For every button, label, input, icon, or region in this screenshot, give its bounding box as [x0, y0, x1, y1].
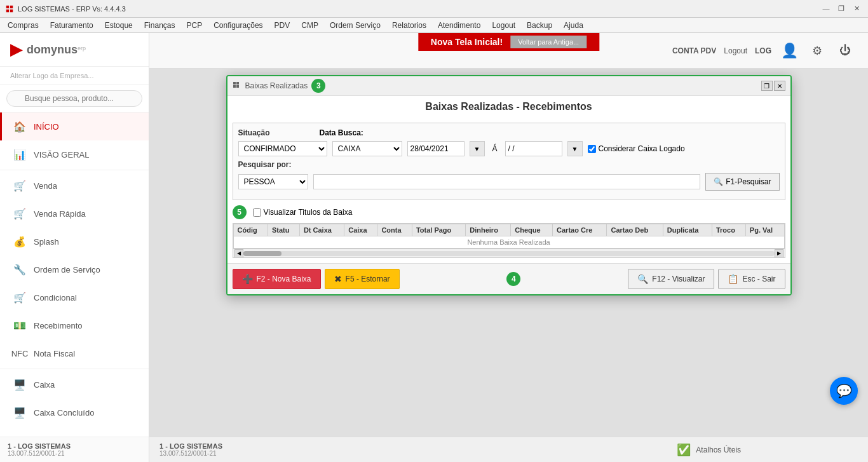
logout-link[interactable]: Logout [724, 46, 747, 55]
modal-controls: ❐ ✕ [761, 81, 785, 91]
logo-icon: ▶ [10, 41, 22, 58]
bottom-company-name: 1 - LOG SISTEMAS [159, 442, 222, 450]
title-bar-left: LOG SISTEMAS - ERP Vs: 4.4.4.3 [5, 4, 126, 13]
col-cheque: Cheque [511, 224, 553, 236]
menu-logout[interactable]: Logout [487, 20, 520, 31]
menu-configuracoes[interactable]: Configurações [208, 20, 268, 31]
pesquisar-tipo-select[interactable]: PESSOA [238, 174, 308, 189]
pesquisar-button[interactable]: 🔍 F1-Pesquisar [705, 173, 779, 191]
menu-bar: Compras Faturamento Estoque Finanças PCP… [0, 18, 868, 33]
sidebar-item-caixa-concluido[interactable]: 🖥️ Caixa Concluído [0, 398, 149, 426]
data-ate-calendar-button[interactable]: ▼ [567, 141, 583, 156]
col-troco: Troco [712, 224, 745, 236]
recebimento-icon: 💵 [12, 318, 27, 333]
sidebar-search-area [0, 85, 149, 112]
considerar-caixa-checkbox-label[interactable]: Considerar Caixa Logado [588, 144, 685, 153]
chat-button[interactable]: 💬 [830, 377, 858, 405]
sidebar-alter-logo[interactable]: Alterar Logo da Empresa... [0, 67, 149, 85]
gear-icon: ⚙ [812, 44, 822, 58]
sair-button[interactable]: 📋 Esc - Sair [718, 269, 785, 289]
sidebar-item-splash[interactable]: 💰 Splash [0, 228, 149, 255]
visualizar-label: F12 - Visualizar [652, 275, 705, 283]
sidebar-item-nota-fiscal[interactable]: NFC Nota Fiscal [0, 339, 149, 367]
search-wrap [6, 90, 142, 107]
menu-atendimento[interactable]: Atendimento [433, 20, 485, 31]
sidebar-item-inicio[interactable]: 🏠 INÍCIO [0, 112, 149, 140]
modal-titlebar: Baixas Realizadas 3 ❐ ✕ [227, 76, 790, 96]
modal-restore-button[interactable]: ❐ [761, 81, 773, 91]
bottom-bar: 1 - LOG SISTEMAS 13.007.512/0001-21 ✅ At… [149, 437, 868, 462]
col-total-pago: Total Pago [412, 224, 465, 236]
user-circle-button[interactable]: 👤 [779, 41, 799, 61]
condicional-icon: 🛒 [12, 290, 27, 305]
menu-compras[interactable]: Compras [3, 20, 44, 31]
voltar-button[interactable]: Voltar para Antiga... [510, 36, 587, 48]
table-body: Nenhuma Baixa Realizada [233, 236, 784, 248]
col-conta: Conta [377, 224, 412, 236]
visualizar-titulo-checkbox[interactable] [253, 208, 261, 217]
settings-button[interactable]: ⚙ [807, 41, 827, 61]
visualizar-titulo-label[interactable]: Visualizar Titulos da Baixa [253, 208, 353, 217]
scroll-right-arrow[interactable]: ▶ [775, 249, 783, 258]
maximize-button[interactable]: ❐ [835, 3, 848, 15]
caixa-label: Caixa [34, 380, 55, 390]
scrollbar-area[interactable]: ◀ ▶ [233, 248, 785, 257]
col-dinheiro: Dinheiro [466, 224, 511, 236]
menu-faturamento[interactable]: Faturamento [45, 20, 98, 31]
content-area: Baixas Realizadas 3 ❐ ✕ Baixas Realizada… [149, 69, 868, 437]
svg-rect-3 [10, 9, 13, 11]
close-button[interactable]: ✕ [850, 3, 863, 15]
scrollbar-thumb[interactable] [243, 251, 281, 256]
sidebar-item-visao-geral[interactable]: 📊 VISÃO GERAL [0, 140, 149, 168]
logo-name: domynus [27, 43, 78, 56]
menu-cmp[interactable]: CMP [296, 20, 323, 31]
sidebar-item-ordem-servico[interactable]: 🔧 Ordem de Serviço [0, 255, 149, 283]
modal-close-button[interactable]: ✕ [774, 81, 785, 91]
sidebar-item-recebimento[interactable]: 💵 Recebimento [0, 311, 149, 339]
visualizar-button[interactable]: 🔍 F12 - Visualizar [628, 269, 714, 289]
power-button[interactable]: ⏻ [835, 41, 855, 61]
data-de-input[interactable] [407, 141, 465, 156]
menu-pdv[interactable]: PDV [269, 20, 295, 31]
considerar-caixa-checkbox[interactable] [588, 145, 596, 153]
inicio-label: INÍCIO [34, 122, 59, 132]
table-scroll[interactable]: Códig Statu Dt Caixa Caixa Conta Total P… [233, 224, 785, 248]
scroll-left-arrow[interactable]: ◀ [234, 249, 243, 258]
modal-titlebar-text: Baixas Realizadas [245, 81, 308, 90]
sidebar-logo: ▶ domynuserp [0, 33, 149, 67]
company-info: 1 - LOG SISTEMAS 13.007.512/0001-21 [159, 442, 222, 457]
search-input[interactable] [6, 90, 142, 107]
nova-baixa-button[interactable]: ➕ F2 - Nova Baixa [233, 269, 321, 289]
data-de-calendar-button[interactable]: ▼ [470, 141, 485, 156]
sair-icon: 📋 [728, 274, 738, 284]
scrollbar-track[interactable] [243, 251, 775, 256]
situacao-select[interactable]: CONFIRMADO [238, 141, 327, 156]
visualizar-titulo-text: Visualizar Titulos da Baixa [264, 208, 353, 217]
sidebar-item-venda-rapida[interactable]: 🛒 Venda Rápida [0, 200, 149, 228]
menu-relatorios[interactable]: Relatorios [387, 20, 431, 31]
menu-backup[interactable]: Backup [522, 20, 557, 31]
footer-spacer: 4 [403, 272, 625, 286]
sidebar-item-venda[interactable]: 🛒 Venda [0, 172, 149, 200]
menu-pcp[interactable]: PCP [181, 20, 207, 31]
pesquisar-text-input[interactable] [313, 174, 701, 189]
menu-financas[interactable]: Finanças [139, 20, 180, 31]
conta-pdv-label: CONTA PDV [672, 46, 716, 55]
sidebar-item-condicional[interactable]: 🛒 Condicional [0, 283, 149, 311]
baixas-realizadas-modal: Baixas Realizadas 3 ❐ ✕ Baixas Realizada… [226, 75, 792, 296]
menu-ajuda[interactable]: Ajuda [559, 20, 588, 31]
situacao-label: Situação [238, 128, 276, 137]
app-title: LOG SISTEMAS - ERP Vs: 4.4.4.3 [18, 5, 126, 13]
separator-2 [0, 369, 149, 369]
menu-estoque[interactable]: Estoque [100, 20, 138, 31]
minimize-button[interactable]: — [820, 3, 832, 15]
estornar-button[interactable]: ✖ F5 - Estornar [325, 269, 400, 289]
atalhos-section: ✅ Atalhos Úteis [677, 443, 741, 457]
pesquisar-label-btn: F1-Pesquisar [726, 177, 771, 186]
sidebar-menu: 🛒 Venda 🛒 Venda Rápida 💰 Splash 🔧 Ordem … [0, 172, 149, 437]
menu-ordem-servico[interactable]: Ordem Serviço [325, 20, 386, 31]
power-icon: ⏻ [839, 44, 851, 57]
sidebar-item-caixa[interactable]: 🖥️ Caixa [0, 370, 149, 398]
data-tipo-select[interactable]: CAIXA [332, 141, 402, 156]
data-ate-input[interactable] [505, 141, 562, 156]
